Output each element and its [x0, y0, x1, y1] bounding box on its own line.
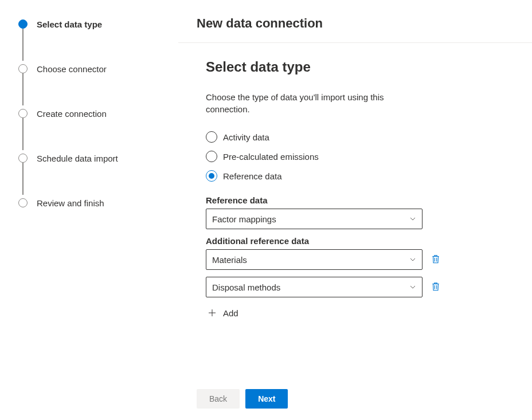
radio-icon	[206, 170, 217, 182]
reference-data-label: Reference data	[206, 195, 514, 205]
wizard-sidebar: Select data type Choose connector Create…	[0, 0, 178, 420]
step-create-connection[interactable]: Create connection	[18, 108, 164, 119]
radio-icon	[206, 131, 217, 143]
section-description: Choose the type of data you'll import us…	[206, 91, 424, 115]
step-schedule-data-import[interactable]: Schedule data import	[18, 152, 164, 164]
data-type-radio-group: Activity data Pre-calculated emissions R…	[206, 131, 514, 182]
section-title: Select data type	[206, 59, 514, 75]
step-indicator-icon	[18, 64, 28, 73]
step-indicator-icon	[18, 198, 28, 207]
step-connector	[22, 73, 24, 105]
radio-activity-data[interactable]: Activity data	[206, 131, 514, 143]
wizard-footer: Back Next	[178, 379, 532, 420]
step-review-and-finish[interactable]: Review and finish	[18, 197, 164, 209]
dropdown-value: Disposal methods	[212, 282, 280, 292]
trash-icon	[431, 281, 441, 293]
radio-reference-data[interactable]: Reference data	[206, 170, 514, 182]
wizard-stepper: Select data type Choose connector Create…	[18, 18, 164, 209]
dropdown-value: Materials	[212, 255, 247, 265]
chevron-down-icon	[409, 215, 416, 222]
radio-label: Reference data	[223, 171, 282, 181]
reference-data-field: Reference data Factor mappings	[206, 195, 514, 229]
back-button[interactable]: Back	[197, 389, 240, 409]
plus-icon	[207, 308, 217, 318]
chevron-down-icon	[409, 284, 416, 291]
additional-reference-data-field: Additional reference data Materials	[206, 236, 514, 321]
step-indicator-icon	[18, 19, 28, 29]
add-label: Add	[223, 308, 238, 318]
step-label: Review and finish	[37, 198, 104, 208]
next-button[interactable]: Next	[245, 389, 288, 409]
additional-item-row: Disposal methods	[206, 277, 514, 297]
step-indicator-icon	[18, 109, 28, 118]
step-indicator-icon	[18, 154, 28, 163]
add-button[interactable]: Add	[206, 304, 514, 321]
trash-icon	[431, 254, 441, 266]
main-panel: New data connection Select data type Cho…	[178, 0, 532, 420]
radio-label: Pre-calculated emissions	[223, 152, 319, 162]
additional-dropdown-disposal-methods[interactable]: Disposal methods	[206, 277, 423, 297]
radio-label: Activity data	[223, 132, 269, 142]
step-connector	[22, 29, 24, 61]
additional-dropdown-materials[interactable]: Materials	[206, 249, 423, 270]
step-connector	[22, 163, 24, 195]
radio-icon	[206, 151, 217, 162]
radio-pre-calculated-emissions[interactable]: Pre-calculated emissions	[206, 151, 514, 162]
content-area: Select data type Choose the type of data…	[178, 43, 532, 379]
page-title: New data connection	[178, 0, 532, 43]
step-choose-connector[interactable]: Choose connector	[18, 63, 164, 74]
step-label: Choose connector	[37, 64, 107, 74]
delete-button[interactable]	[431, 281, 441, 293]
step-label: Schedule data import	[37, 154, 118, 163]
delete-button[interactable]	[431, 254, 441, 266]
step-connector	[22, 118, 24, 150]
chevron-down-icon	[409, 256, 416, 263]
step-label: Create connection	[37, 109, 107, 119]
additional-reference-data-label: Additional reference data	[206, 236, 514, 246]
step-select-data-type[interactable]: Select data type	[18, 18, 164, 30]
dropdown-value: Factor mappings	[212, 214, 276, 224]
additional-item-row: Materials	[206, 249, 514, 270]
reference-data-dropdown[interactable]: Factor mappings	[206, 209, 423, 229]
step-label: Select data type	[37, 19, 102, 29]
